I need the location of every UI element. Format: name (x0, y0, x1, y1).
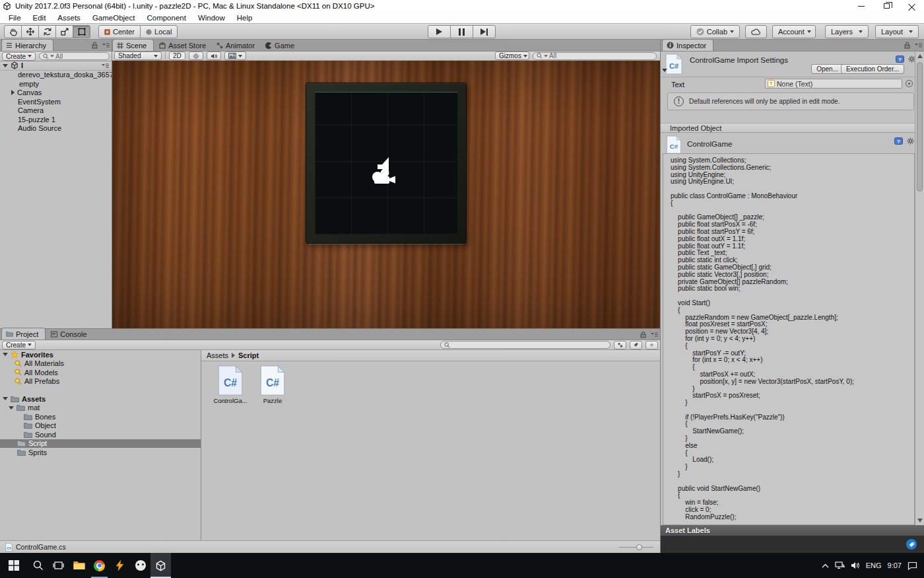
breadcrumb-assets[interactable]: Assets (207, 351, 228, 359)
expander-down-icon[interactable] (3, 397, 8, 400)
menu-component[interactable]: Component (141, 14, 191, 22)
camera-gizmo-icon[interactable] (368, 153, 399, 189)
search-by-type-button[interactable] (614, 341, 626, 349)
menu-gameobject[interactable]: GameObject (86, 14, 141, 22)
rect-tool-button[interactable] (73, 25, 90, 38)
folder-sprits[interactable]: Sprits (0, 448, 201, 457)
collab-dropdown[interactable]: Collab (690, 25, 740, 38)
expander-down-icon[interactable] (3, 353, 8, 356)
execution-order-button[interactable]: Execution Order... (841, 64, 904, 74)
asset-label-tag-icon[interactable] (906, 539, 917, 550)
tab-animator[interactable]: Animator (211, 40, 260, 51)
search-by-label-button[interactable] (630, 341, 642, 349)
hierarchy-item-canvas[interactable]: Canvas (0, 89, 112, 98)
hierarchy-scene-root[interactable]: I (0, 61, 112, 71)
clock[interactable]: 9:07 (888, 561, 902, 569)
lock-icon[interactable] (92, 42, 98, 49)
gear-icon[interactable] (906, 137, 915, 145)
breadcrumb-script[interactable]: Script (238, 351, 259, 359)
panel-menu-icon[interactable] (102, 42, 110, 48)
favorite-search-button[interactable] (645, 341, 658, 349)
unity-taskbar-button[interactable] (150, 553, 171, 578)
2d-toggle-button[interactable]: 2D (169, 52, 185, 60)
pause-button[interactable] (450, 25, 473, 38)
hand-tool-button[interactable] (4, 25, 22, 38)
pivot-center-button[interactable]: Center (98, 25, 141, 38)
scene-effects-dropdown[interactable] (224, 52, 246, 60)
play-button[interactable] (428, 25, 451, 38)
cloud-button[interactable] (745, 25, 767, 38)
asset-labels-header[interactable]: Asset Labels (661, 525, 924, 536)
minimize-button[interactable] (849, 0, 874, 12)
file-pazzle[interactable]: C# Pazzle (251, 365, 294, 404)
hierarchy-item-audiosource[interactable]: Audio Source (0, 124, 112, 133)
gizmos-dropdown[interactable]: Gizmos (495, 52, 529, 60)
menu-window[interactable]: Window (192, 14, 231, 22)
hierarchy-item-15puzzle[interactable]: 15-puzzle 1 (0, 115, 112, 124)
foldout-icon[interactable] (662, 69, 667, 72)
scene-menu-icon[interactable] (101, 63, 109, 69)
tab-scene[interactable]: Scene (112, 39, 154, 51)
scroll-up-icon[interactable] (917, 54, 923, 58)
menu-assets[interactable]: Assets (51, 14, 86, 22)
object-picker-icon[interactable] (906, 80, 913, 87)
start-button[interactable] (0, 553, 28, 578)
hierarchy-item-camera[interactable]: Camera (0, 106, 112, 116)
taskbar-search-button[interactable] (28, 553, 48, 578)
inspector-scrollbar[interactable] (915, 52, 924, 525)
hierarchy-create-button[interactable]: Create (2, 52, 36, 61)
favorite-all-models[interactable]: All Models (0, 368, 201, 377)
restore-button[interactable] (874, 0, 899, 12)
project-search-input[interactable] (440, 341, 610, 349)
shading-mode-dropdown[interactable]: Shaded (114, 52, 162, 60)
expander-right-icon[interactable] (11, 90, 15, 95)
app-button-round[interactable] (130, 553, 150, 578)
action-center-icon[interactable] (908, 561, 917, 570)
network-icon[interactable] (835, 561, 845, 569)
help-icon[interactable]: ? (894, 137, 903, 145)
folder-script[interactable]: Script (0, 439, 201, 449)
file-explorer-button[interactable] (69, 553, 89, 578)
task-view-button[interactable] (48, 553, 69, 578)
slider-knob[interactable] (636, 544, 642, 550)
folder-sound[interactable]: Sound (0, 430, 201, 439)
app-button-yellow[interactable] (110, 553, 130, 578)
expander-down-icon[interactable] (3, 64, 8, 67)
folder-object[interactable]: Object (0, 421, 201, 431)
tab-hierarchy[interactable]: Hierarchy (1, 39, 53, 51)
layout-dropdown[interactable]: Layout (875, 25, 919, 38)
lock-icon[interactable] (640, 331, 646, 338)
assets-root[interactable]: Assets (0, 394, 201, 404)
folder-bones[interactable]: Bones (0, 412, 201, 421)
scene-lighting-button[interactable] (189, 52, 203, 60)
chrome-button[interactable] (89, 553, 110, 578)
file-controlgame[interactable]: C# ControlGa... (209, 365, 251, 404)
layers-dropdown[interactable]: Layers (825, 25, 869, 38)
open-button[interactable]: Open... (811, 64, 843, 74)
scrollbar-thumb[interactable] (917, 62, 923, 192)
thumbnail-size-slider[interactable] (619, 547, 653, 548)
scroll-down-icon[interactable] (917, 519, 923, 523)
tab-game[interactable]: Game (260, 40, 300, 51)
close-button[interactable] (899, 0, 924, 12)
account-dropdown[interactable]: Account (772, 25, 816, 38)
project-create-button[interactable]: Create (2, 341, 36, 349)
text-object-field[interactable]: T None (Text) (765, 79, 902, 89)
menu-edit[interactable]: Edit (27, 14, 52, 22)
folder-mat[interactable]: mat (0, 404, 201, 413)
scene-search-input[interactable]: All (533, 52, 657, 60)
favorite-all-prefabs[interactable]: All Prefabs (0, 377, 201, 386)
rotate-tool-button[interactable] (38, 25, 56, 38)
favorite-all-materials[interactable]: All Materials (0, 359, 201, 369)
panel-menu-icon[interactable] (650, 332, 658, 338)
menu-help[interactable]: Help (231, 14, 259, 22)
move-tool-button[interactable] (21, 25, 39, 38)
help-icon[interactable]: ? (896, 55, 904, 63)
pivot-local-button[interactable]: Local (140, 25, 178, 38)
tray-chevron-icon[interactable] (822, 563, 829, 568)
expander-down-icon[interactable] (9, 406, 14, 410)
scale-tool-button[interactable] (55, 25, 73, 38)
scene-viewport[interactable] (112, 61, 660, 328)
hierarchy-item-empty[interactable]: empty (0, 79, 112, 89)
tab-console[interactable]: Console (46, 328, 92, 340)
